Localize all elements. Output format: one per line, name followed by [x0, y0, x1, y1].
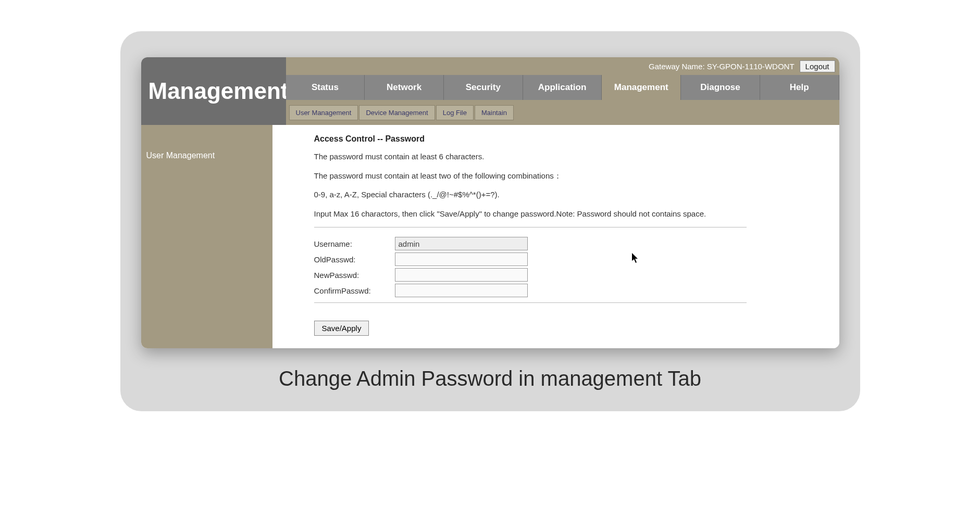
router-admin-window: Management Gateway Name: SY-GPON-1110-WD… [141, 57, 839, 348]
label-newpasswd: NewPasswd: [314, 271, 395, 280]
password-rule-2: The password must contain at least two o… [314, 170, 818, 182]
password-rule-4: Input Max 16 charactors, then click "Sav… [314, 208, 818, 220]
brand-title: Management [141, 57, 286, 125]
new-password-field[interactable] [395, 268, 528, 282]
subtab-device-management[interactable]: Device Management [359, 105, 435, 120]
password-rule-1: The password must contain at least 6 cha… [314, 151, 818, 163]
form-row-username: Username: [314, 237, 818, 250]
tab-network[interactable]: Network [365, 75, 444, 100]
tab-security[interactable]: Security [444, 75, 523, 100]
form-row-newpasswd: NewPasswd: [314, 268, 818, 282]
tab-status[interactable]: Status [286, 75, 365, 100]
header-row: Management Gateway Name: SY-GPON-1110-WD… [141, 57, 839, 125]
body-row: User Management Access Control -- Passwo… [141, 125, 839, 348]
figure-caption: Change Admin Password in management Tab [141, 367, 839, 390]
tab-diagnose[interactable]: Diagnose [681, 75, 760, 100]
top-strip: Gateway Name: SY-GPON-1110-WDONT Logout [286, 57, 839, 75]
outer-card: Management Gateway Name: SY-GPON-1110-WD… [120, 31, 860, 411]
form-row-confirmpasswd: ConfirmPasswd: [314, 284, 818, 297]
label-confirmpasswd: ConfirmPasswd: [314, 286, 395, 295]
main-tabs: Status Network Security Application Mana… [286, 75, 839, 100]
subtab-log-file[interactable]: Log File [436, 105, 474, 120]
divider-2 [314, 302, 747, 303]
label-username: Username: [314, 239, 395, 248]
tab-management[interactable]: Management [602, 75, 681, 100]
password-rule-3: 0-9, a-z, A-Z, Special characters (._/@!… [314, 189, 818, 201]
sub-tabs: User Management Device Management Log Fi… [286, 100, 839, 125]
form-row-oldpasswd: OldPasswd: [314, 252, 818, 266]
label-oldpasswd: OldPasswd: [314, 255, 395, 264]
logout-button[interactable]: Logout [800, 60, 835, 72]
confirm-password-field[interactable] [395, 284, 528, 297]
tab-application[interactable]: Application [523, 75, 602, 100]
sidebar: User Management [141, 125, 272, 348]
page-title: Access Control -- Password [314, 134, 818, 144]
old-password-field[interactable] [395, 252, 528, 266]
save-apply-button[interactable]: Save/Apply [314, 321, 369, 336]
content-area: Access Control -- Password The password … [272, 125, 839, 348]
sidebar-item-user-management[interactable]: User Management [146, 151, 272, 160]
tab-help[interactable]: Help [760, 75, 839, 100]
header-right: Gateway Name: SY-GPON-1110-WDONT Logout … [286, 57, 839, 125]
divider [314, 227, 747, 227]
subtab-user-management[interactable]: User Management [289, 105, 358, 120]
gateway-name-label: Gateway Name: SY-GPON-1110-WDONT [649, 62, 795, 71]
subtab-maintain[interactable]: Maintain [475, 105, 514, 120]
username-field[interactable] [395, 237, 528, 250]
